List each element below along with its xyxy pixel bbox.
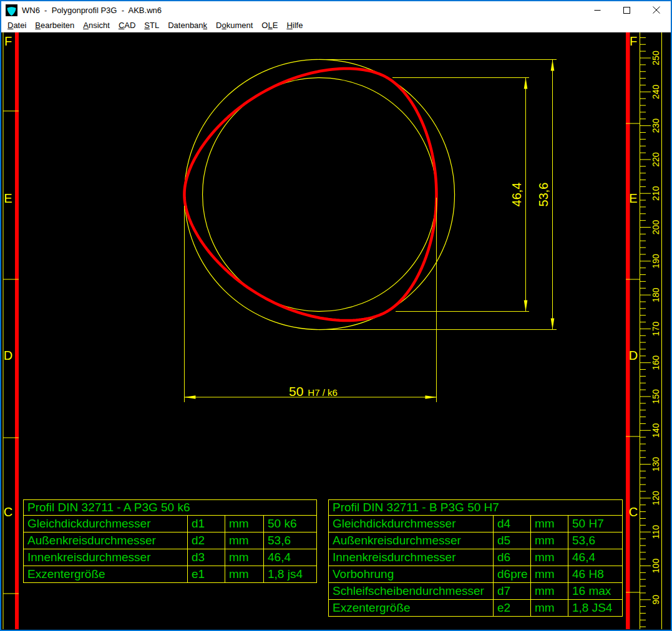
table-title-row: Profil DIN 32711 - A P3G 50 k6 — [24, 500, 317, 516]
zone-letter-right: F — [630, 34, 637, 48]
menu-datenbank[interactable]: Datenbank — [163, 19, 212, 31]
table-cell: d2 — [188, 532, 225, 549]
table-cell: d6pre — [494, 566, 531, 583]
table-cell: 1,8 js4 — [264, 566, 317, 583]
dimension-arrow — [425, 395, 436, 399]
dimension-arrow — [184, 395, 195, 399]
close-icon — [653, 6, 660, 14]
menu-cad[interactable]: CAD — [114, 19, 140, 31]
table-cell: mm — [531, 516, 568, 532]
cad-viewport: FFEEDDCC25024023022021020019018017016015… — [1, 32, 671, 629]
menu-dokument[interactable]: Dokument — [212, 19, 257, 31]
zone-letter-left: F — [4, 34, 12, 48]
profile-table-b: Profil DIN 32711 - B P3G 50 H7Gleichdick… — [328, 499, 623, 617]
ruler-label: 120 — [651, 491, 661, 506]
table-row: Exzentergrößee1mm1,8 js4 — [24, 566, 317, 583]
dim-label-width: 50H7 / k6 — [289, 384, 338, 398]
zone-letter-left: D — [4, 349, 12, 362]
ruler-label: 240 — [651, 84, 661, 99]
dim-label-outer: 53,6 — [537, 183, 550, 207]
ruler-label: 90 — [651, 595, 661, 605]
table-cell: 50 k6 — [264, 516, 317, 532]
app-icon — [6, 4, 17, 16]
table-cell: 50 H7 — [568, 516, 623, 532]
table-cell: d7 — [494, 583, 531, 600]
dim-label-inner: 46,4 — [510, 183, 523, 207]
table-cell: d4 — [494, 516, 531, 532]
table-cell: e2 — [494, 600, 531, 617]
dimension-arrow — [524, 300, 528, 311]
inner-circle — [203, 78, 437, 312]
zone-letter-right: D — [629, 349, 638, 362]
p3g-drawing — [184, 59, 454, 329]
table-cell: 16 max — [568, 583, 623, 600]
dimension-arrow — [551, 59, 555, 70]
table-cell: mm — [225, 549, 264, 566]
table-cell: 46,4 — [264, 549, 317, 566]
table-cell: Gleichdickdurchmesser — [329, 516, 494, 532]
menubar: DateiBearbeitenAnsichtCADSTLDatenbankDok… — [1, 19, 671, 32]
ruler-label: 150 — [651, 389, 661, 404]
menu-ole[interactable]: OLE — [257, 19, 282, 31]
table-cell: mm — [531, 532, 568, 549]
vertical-ruler: 2502402302202102001901801701601501401301… — [640, 32, 662, 629]
ruler-label: 190 — [651, 254, 661, 269]
app-window: WN6 - Polygonprofil P3G - AKB.wn6 DateiB — [0, 0, 672, 631]
table-cell: Innenkreisdurchmesser — [329, 549, 494, 566]
zone-letter-right: E — [629, 191, 637, 205]
table-cell: e1 — [188, 566, 225, 583]
table-cell: Vorbohrung — [329, 566, 494, 583]
ruler-label: 110 — [651, 525, 661, 539]
table-cell: Schleifscheibendurchmesser — [329, 583, 494, 600]
table-row: Außenkreisdurchmesserd2mm53,6 — [24, 532, 317, 549]
table-cell: Exzentergröße — [24, 566, 188, 583]
table-cell: Außenkreisdurchmesser — [329, 532, 494, 549]
ruler-label: 130 — [651, 457, 661, 472]
menu-ansicht[interactable]: Ansicht — [79, 19, 114, 31]
table-cell: Innenkreisdurchmesser — [24, 549, 188, 566]
zone-letter-right: C — [629, 505, 638, 519]
outer-circle — [184, 59, 454, 329]
table-cell: mm — [531, 600, 568, 617]
menu-hilfe[interactable]: Hilfe — [282, 19, 307, 31]
titlebar: WN6 - Polygonprofil P3G - AKB.wn6 — [1, 1, 671, 19]
menu-stl[interactable]: STL — [140, 19, 163, 31]
zone-letter-left: C — [4, 505, 12, 519]
ruler-label: 230 — [651, 118, 661, 133]
table-row: Schleifscheibendurchmesserd7mm16 max — [329, 583, 623, 600]
table-row: Vorbohrungd6premm46 H8 — [329, 566, 623, 583]
close-button[interactable] — [641, 1, 671, 19]
menu-bearbeiten[interactable]: Bearbeiten — [31, 19, 79, 31]
table-cell: 1,8 JS4 — [568, 600, 623, 617]
ruler-label: 220 — [651, 152, 661, 167]
ruler-label: 140 — [651, 423, 661, 438]
table-cell: mm — [225, 516, 264, 532]
frame-left-red-bar — [15, 32, 19, 629]
ruler-label: 180 — [651, 287, 661, 302]
table-title: Profil DIN 32711 - A P3G 50 k6 — [24, 500, 317, 516]
ruler-label: 160 — [651, 355, 661, 370]
window-title: WN6 - Polygonprofil P3G - AKB.wn6 — [22, 6, 162, 15]
dimension-arrow — [524, 78, 528, 89]
table-row: Gleichdickdurchmesserd1mm50 k6 — [24, 516, 317, 532]
dimension-arrow — [551, 319, 555, 330]
table-title-row: Profil DIN 32711 - B P3G 50 H7 — [329, 500, 623, 516]
table-cell: d1 — [188, 516, 225, 532]
table-cell: mm — [225, 532, 264, 549]
frame-right-red-bar — [626, 32, 630, 629]
table-title: Profil DIN 32711 - B P3G 50 H7 — [329, 500, 623, 516]
table-cell: 53,6 — [264, 532, 317, 549]
dimensions: 50H7 / k646,453,6 — [184, 59, 557, 402]
ruler-label: 170 — [651, 322, 661, 337]
menu-datei[interactable]: Datei — [3, 19, 31, 31]
minimize-button[interactable] — [583, 1, 612, 19]
table-cell: mm — [531, 583, 568, 600]
window-controls — [583, 1, 671, 19]
table-row: Exzentergrößee2mm1,8 JS4 — [329, 600, 623, 617]
table-cell: d3 — [188, 549, 225, 566]
maximize-button[interactable] — [612, 1, 641, 19]
ruler-label: 200 — [651, 220, 661, 235]
zone-letter-left: E — [4, 191, 12, 205]
table-row: Innenkreisdurchmesserd6mm46,4 — [329, 549, 623, 566]
table-row: Gleichdickdurchmesserd4mm50 H7 — [329, 516, 623, 532]
